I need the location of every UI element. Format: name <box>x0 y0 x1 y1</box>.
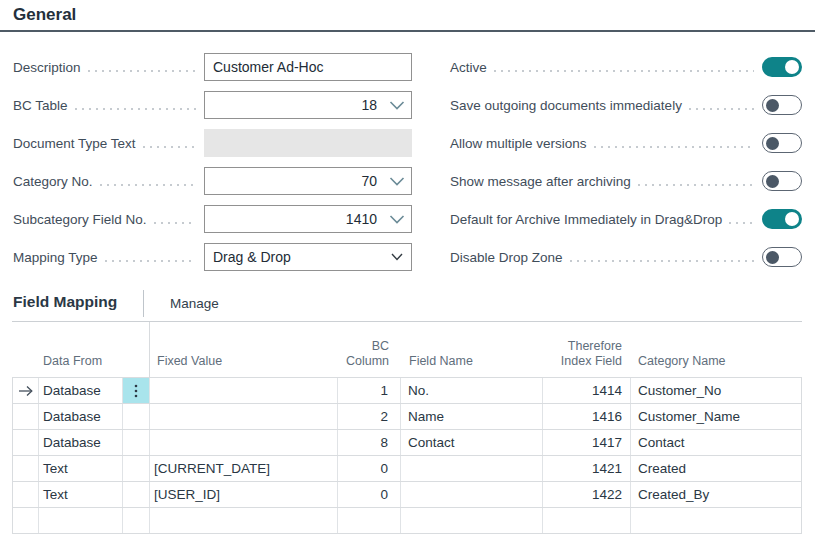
toggle-knob <box>766 175 779 188</box>
table-row[interactable]: Database1No.1414Customer_No <box>13 378 801 404</box>
field-row: Subcategory Field No.1410 <box>13 205 412 233</box>
cell-bc-column[interactable] <box>338 508 401 533</box>
dotted-leader <box>143 146 196 148</box>
chevron-down-icon[interactable] <box>389 215 405 224</box>
column-header[interactable]: Fixed Value <box>157 354 222 370</box>
chevron-down-icon[interactable] <box>389 101 405 110</box>
cell-fixed-value[interactable] <box>150 430 338 455</box>
cell-category-name[interactable] <box>631 508 801 533</box>
toggle-row: Save outgoing documents immediately <box>450 91 802 119</box>
row-menu-cell[interactable] <box>123 508 150 533</box>
cell-therefore-index-field[interactable]: 1414 <box>543 378 631 403</box>
field-label: Category No. <box>13 174 93 189</box>
table-row[interactable]: Text[CURRENT_DATE]01421Created <box>13 456 801 482</box>
lookup-input[interactable]: 18 <box>204 91 412 119</box>
cell-fixed-value[interactable] <box>150 404 338 429</box>
field-label: Description <box>13 60 81 75</box>
cell-therefore-index-field[interactable] <box>543 508 631 533</box>
row-menu-cell[interactable] <box>123 378 150 403</box>
column-header[interactable]: Field Name <box>409 354 473 370</box>
section-title-general: General <box>13 5 76 25</box>
column-header[interactable]: Therefore Index Field <box>543 339 622 370</box>
cell-therefore-index-field[interactable]: 1417 <box>543 430 631 455</box>
selected-row-arrow-icon <box>18 385 34 397</box>
toggle-knob <box>766 251 779 264</box>
lookup-input[interactable]: 1410 <box>204 205 412 233</box>
cell-bc-column[interactable]: 1 <box>338 378 401 403</box>
row-menu-cell[interactable] <box>123 430 150 455</box>
toggle-row: Show message after archiving <box>450 167 802 195</box>
toggle-switch[interactable] <box>762 57 802 77</box>
cell-fixed-value[interactable]: [CURRENT_DATE] <box>150 456 338 481</box>
cell-therefore-index-field[interactable]: 1416 <box>543 404 631 429</box>
cell-therefore-index-field[interactable]: 1421 <box>543 456 631 481</box>
field-mapping-divider <box>143 290 144 317</box>
toggle-label: Show message after archiving <box>450 174 631 189</box>
table-row[interactable]: Database2Name1416Customer_Name <box>13 404 801 430</box>
cell-category-name[interactable]: Created <box>631 456 801 481</box>
table-row[interactable]: Text[USER_ID]01422Created_By <box>13 482 801 508</box>
cell-category-name[interactable]: Created_By <box>631 482 801 507</box>
cell-therefore-index-field[interactable]: 1422 <box>543 482 631 507</box>
ellipsis-vertical-icon[interactable] <box>134 384 138 398</box>
field-mapping-table: Data FromFixed ValueBC ColumnField NameT… <box>12 321 802 534</box>
chevron-down-icon[interactable] <box>389 177 405 186</box>
text-input[interactable]: Customer Ad-Hoc <box>204 53 412 81</box>
cell-field-name[interactable]: Name <box>401 404 543 429</box>
table-row[interactable]: Database8Contact1417Contact <box>13 430 801 456</box>
cell-bc-column[interactable]: 2 <box>338 404 401 429</box>
toggle-switch[interactable] <box>762 95 802 115</box>
cell-field-name[interactable]: Contact <box>401 430 543 455</box>
toggle-label: Active <box>450 60 487 75</box>
cell-category-name[interactable]: Contact <box>631 430 801 455</box>
dotted-leader <box>88 70 196 72</box>
lookup-value: 1410 <box>213 211 389 227</box>
row-selector-cell <box>13 508 39 533</box>
dotted-leader <box>729 222 754 224</box>
cell-bc-column[interactable]: 8 <box>338 430 401 455</box>
column-header[interactable]: Category Name <box>638 354 726 370</box>
cell-fixed-value[interactable]: [USER_ID] <box>150 482 338 507</box>
toggle-label: Default for Archive Immediately in Drag&… <box>450 212 722 227</box>
toggle-switch[interactable] <box>762 209 802 229</box>
chevron-down-icon <box>391 253 403 261</box>
cell-data-from[interactable] <box>39 508 123 533</box>
toggle-switch[interactable] <box>762 133 802 153</box>
lookup-input[interactable]: 70 <box>204 167 412 195</box>
dotted-leader <box>494 70 754 72</box>
field-row: DescriptionCustomer Ad-Hoc <box>13 53 412 81</box>
manage-button[interactable]: Manage <box>170 296 219 311</box>
cell-category-name[interactable]: Customer_No <box>631 378 801 403</box>
cell-category-name[interactable]: Customer_Name <box>631 404 801 429</box>
row-selector-cell <box>13 430 39 455</box>
cell-field-name[interactable]: No. <box>401 378 543 403</box>
column-header[interactable]: Data From <box>43 354 102 370</box>
cell-data-from[interactable]: Text <box>39 456 123 481</box>
field-label: Document Type Text <box>13 136 136 151</box>
cell-fixed-value[interactable] <box>150 508 338 533</box>
cell-data-from[interactable]: Database <box>39 430 123 455</box>
cell-fixed-value[interactable] <box>150 378 338 403</box>
toggle-switch[interactable] <box>762 171 802 191</box>
cell-data-from[interactable]: Database <box>39 404 123 429</box>
dotted-leader <box>75 108 196 110</box>
cell-data-from[interactable]: Text <box>39 482 123 507</box>
column-header[interactable]: BC Column <box>338 339 389 370</box>
field-label: BC Table <box>13 98 68 113</box>
toggle-switch[interactable] <box>762 247 802 267</box>
cell-data-from[interactable]: Database <box>39 378 123 403</box>
cell-field-name[interactable] <box>401 482 543 507</box>
select-value: Drag & Drop <box>213 249 291 265</box>
select-input[interactable]: Drag & Drop <box>204 243 412 271</box>
cell-bc-column[interactable]: 0 <box>338 482 401 507</box>
cell-field-name[interactable] <box>401 456 543 481</box>
row-menu-cell[interactable] <box>123 404 150 429</box>
toggle-row: Allow multiple versions <box>450 129 802 157</box>
row-selector-cell <box>13 404 39 429</box>
cell-field-name[interactable] <box>401 508 543 533</box>
row-menu-cell[interactable] <box>123 482 150 507</box>
table-row[interactable] <box>13 508 801 534</box>
row-menu-cell[interactable] <box>123 456 150 481</box>
cell-bc-column[interactable]: 0 <box>338 456 401 481</box>
dotted-leader <box>638 184 754 186</box>
